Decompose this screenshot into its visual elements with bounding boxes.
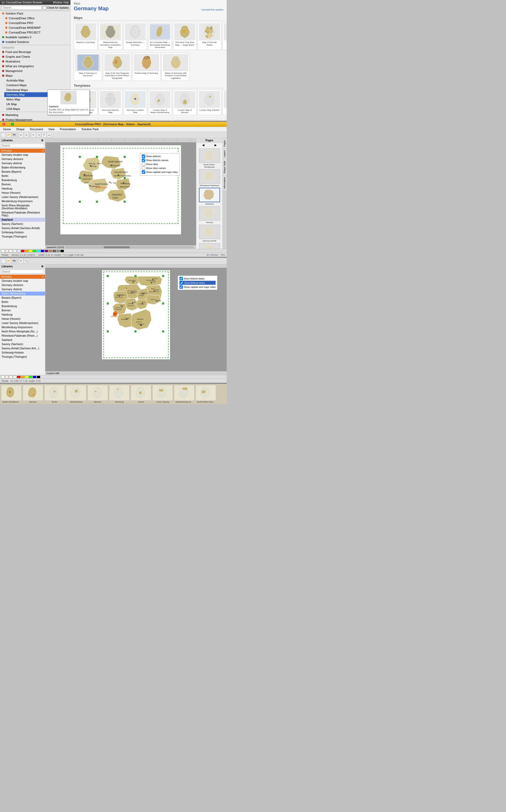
lib2-item-9[interactable]: Hesse (Hessen)	[0, 317, 45, 321]
sidebar-item-pro[interactable]: ConceptDraw PRO	[0, 20, 70, 25]
tb-shape[interactable]: ▭	[47, 133, 52, 137]
scroll-thumb[interactable]	[104, 246, 130, 248]
swatch-brown[interactable]	[49, 250, 52, 252]
strip-item-0[interactable]: Baden-Württemb...	[1, 385, 22, 403]
menu-solution-park[interactable]: Solution Park	[80, 127, 100, 131]
template-brandenburg[interactable]: Locator Map of Brandenburg	[223, 90, 227, 115]
tb2-cursor[interactable]: ↖	[19, 259, 23, 263]
strip-item-3[interactable]: Brandenburg	[66, 385, 86, 403]
lib-item-9[interactable]: Hesse (Hessen)	[0, 191, 45, 195]
canvas[interactable]: | | | | | | | | | | |	[45, 138, 196, 245]
swatch-4[interactable]	[17, 250, 20, 252]
map-thumb-german-states[interactable]: Map of German States	[198, 22, 222, 50]
swatch2-black[interactable]	[36, 376, 40, 378]
category-management[interactable]: Management	[0, 69, 70, 73]
scroll-track[interactable]	[65, 246, 194, 248]
tb2-save[interactable]: 💾	[12, 259, 16, 263]
strip-item-4[interactable]: Bremen	[87, 385, 108, 403]
category-infographics[interactable]: What are Infographics	[0, 64, 70, 69]
map-thumb-design[interactable]: Design Elements — Germany	[123, 22, 147, 50]
page-thumb-0[interactable]: North Rhine-Westphalia	[199, 148, 220, 168]
template-hamburg[interactable]: Locator Map of Hamburg	[99, 118, 122, 121]
menu-presentation[interactable]: Presentation	[59, 127, 77, 131]
strip-item-6[interactable]: Hesse	[131, 385, 151, 403]
lib2-item-8[interactable]: Hamburg	[0, 313, 45, 317]
checkbox-districts[interactable]: Show districts	[142, 155, 178, 158]
map-australia[interactable]: Australia Map	[4, 78, 70, 83]
page-thumb-5[interactable]: Schleswig-Holstein	[199, 243, 220, 249]
swatch-purple[interactable]	[45, 250, 48, 252]
pro2-canvas[interactable]: Schleswig Kiel Ham Hamburg Mecklenburg	[45, 264, 227, 371]
template-lower-saxony[interactable]: Locator Map of Lower Saxony	[148, 118, 172, 121]
lib2-item-11[interactable]: Mecklenburg-Vorpommern	[0, 325, 45, 330]
lib2-item-3[interactable]: Baden-Württemberg	[0, 292, 45, 296]
swatch-red[interactable]	[21, 250, 24, 252]
tb-new[interactable]: 📄	[1, 133, 6, 137]
check-updates-checkbox[interactable]	[43, 6, 46, 9]
swatch2-yellow[interactable]	[25, 376, 28, 378]
lib-item-11[interactable]: Mecklenburg-Vorpommern	[0, 199, 45, 204]
lib2-item-0[interactable]: Germany location map	[0, 279, 45, 283]
category-illustrations[interactable]: Illustrations	[0, 59, 70, 64]
lib2-item-15[interactable]: Saxony (Sachsen)	[0, 342, 45, 346]
lib-item-6[interactable]: Brandenburg	[0, 178, 45, 182]
map-thumb-crop[interactable]: Germany Crop Area Map — Sugar Beets	[173, 22, 196, 50]
lib-item-14[interactable]: Saarland	[0, 218, 45, 222]
menu-shape[interactable]: Shape	[15, 127, 25, 131]
swatch-dark-gray[interactable]	[53, 250, 56, 252]
lib2-item-18[interactable]: Thuringia (Thüringen)	[0, 355, 45, 359]
map-thumb-airports[interactable]: Airports in Germany	[74, 22, 97, 50]
checkbox-district-names[interactable]: Show districts names	[142, 158, 178, 162]
tb-zoom[interactable]: 🔍	[36, 133, 41, 137]
lib-search-input[interactable]	[1, 144, 44, 148]
map-continent[interactable]: Continent Maps	[4, 83, 70, 88]
swatch-2[interactable]	[9, 250, 13, 252]
tab-information[interactable]: Information	[223, 175, 227, 190]
lib-item-18[interactable]: Thuringia (Thüringen)	[0, 235, 45, 239]
lib2-item-13[interactable]: Rhineland-Palatinate (Rhein...)	[0, 334, 45, 338]
lib-item-16[interactable]: Saxony-Anhalt (Sachsen-Anhalt)	[0, 226, 45, 230]
cb-federal-states[interactable]: Show federal states	[179, 277, 216, 280]
lib-item-0[interactable]: Germany location map	[0, 153, 45, 157]
swatch-blue[interactable]	[40, 250, 44, 252]
tb-open[interactable]: 📂	[6, 133, 11, 137]
menu-help[interactable]: Help	[63, 1, 69, 4]
sidebar-item-office[interactable]: ConceptDraw Office	[0, 16, 70, 20]
swatch-orange[interactable]	[25, 250, 28, 252]
lib2-item-1[interactable]: Germany divisions	[0, 283, 45, 288]
template-mecklenburg[interactable]: Locator Map of Mecklenburg-Vorpommern	[173, 118, 196, 121]
strip-item-8[interactable]: Mecklenburg-Vo...	[174, 385, 194, 403]
strip-item-1[interactable]: Bavaria	[23, 385, 43, 403]
page-thumb-4[interactable]: Saxony-Anhalt	[199, 225, 220, 242]
menu-home[interactable]: Home	[2, 127, 12, 131]
page-thumb-2[interactable]: Saarland	[199, 188, 220, 205]
sidebar-item-updates[interactable]: Available Updates 0	[0, 35, 70, 39]
lib2-item-4[interactable]: Bavaria (Bayern)	[0, 296, 45, 300]
minimize-button[interactable]	[7, 123, 10, 126]
swatch-3[interactable]	[13, 250, 17, 252]
swatch2-lime[interactable]	[29, 376, 32, 378]
tab-shape-style[interactable]: Shape Style	[223, 159, 227, 175]
page-thumb-1[interactable]: Rhineland-Palatinate	[199, 169, 220, 187]
lib-item-8[interactable]: Hamburg	[0, 187, 45, 191]
lib2-item-5[interactable]: Berlin	[0, 300, 45, 304]
strip-item-9[interactable]: North Rhine-Wes...	[195, 385, 216, 403]
lib2-item-14[interactable]: Saarland	[0, 338, 45, 342]
uninstall-link[interactable]: Uninstall this solution	[201, 8, 224, 11]
swatch2-orange[interactable]	[21, 376, 24, 378]
lib-item-17[interactable]: Schleswig-Holstein	[0, 230, 45, 235]
swatch-1[interactable]	[5, 250, 9, 252]
lib2-item-17[interactable]: Schleswig-Holstein	[0, 351, 45, 355]
pages-next[interactable]: ▶	[215, 143, 217, 147]
template-berlin[interactable]: Locator Map of Berlin	[198, 90, 222, 115]
tb-undo[interactable]: ↩	[19, 133, 23, 137]
tb-text[interactable]: T	[41, 133, 47, 137]
lib-item-5[interactable]: Berlin	[0, 174, 45, 178]
lib-item-3[interactable]: Baden-Württemberg	[0, 166, 45, 170]
swatch-yellow[interactable]	[29, 250, 32, 252]
category-food[interactable]: Food and Beverage	[0, 50, 70, 54]
lib2-search-input[interactable]	[1, 270, 44, 274]
map-thumb-eu[interactable]: EU Countries Map — Renewable Electricity…	[148, 22, 172, 50]
filter-clear[interactable]: ✕	[42, 149, 44, 152]
swatch2-red[interactable]	[17, 376, 20, 378]
